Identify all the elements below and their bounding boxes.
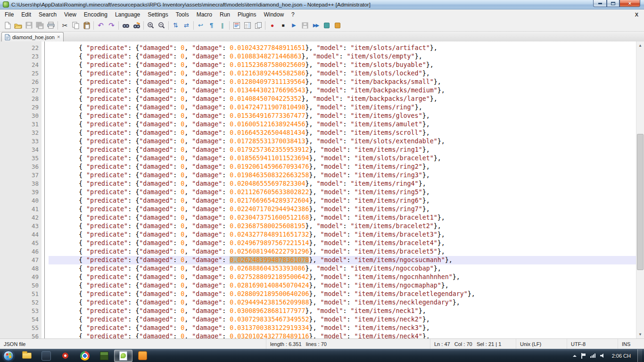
- menu-settings[interactable]: Settings: [144, 10, 172, 19]
- scrollbar-thumb[interactable]: [637, 134, 644, 270]
- code-line[interactable]: { "predicate": {"damaged": 0, "damage": …: [49, 298, 644, 307]
- tray-expand-icon[interactable]: [572, 354, 577, 357]
- tab-close-icon[interactable]: ×: [57, 34, 60, 40]
- print-button[interactable]: [45, 20, 56, 31]
- tab-diamond-hoe-json[interactable]: diamond_hoe.json ×: [1, 32, 64, 41]
- menu-plugins[interactable]: Plugins: [234, 10, 260, 19]
- document-list-button[interactable]: [253, 20, 264, 31]
- code-line[interactable]: { "predicate": {"damaged": 0, "damage": …: [49, 324, 644, 332]
- document-map-button[interactable]: [242, 20, 253, 31]
- code-line[interactable]: { "predicate": {"damaged": 0, "damage": …: [49, 120, 644, 129]
- paste-button[interactable]: [81, 20, 92, 31]
- indent-guide-button[interactable]: ∥: [217, 20, 228, 31]
- menu-view[interactable]: View: [60, 10, 80, 19]
- code-area[interactable]: { "predicate": {"damaged": 0, "damage": …: [48, 41, 644, 338]
- taskbar-clock[interactable]: 2:06 CH: [609, 353, 634, 359]
- open-file-button[interactable]: [13, 20, 24, 31]
- taskbar-item-orange-app[interactable]: [133, 350, 152, 362]
- close-button[interactable]: ×: [619, 0, 640, 7]
- menu-macro[interactable]: Macro: [193, 10, 216, 19]
- code-line[interactable]: { "predicate": {"damaged": 0, "damage": …: [49, 112, 644, 120]
- minimize-button[interactable]: [593, 0, 607, 7]
- code-line[interactable]: { "predicate": {"damaged": 0, "damage": …: [49, 146, 644, 154]
- taskbar-item-notepad-plus-plus[interactable]: [114, 350, 132, 362]
- function-list-button[interactable]: [231, 20, 242, 31]
- code-line[interactable]: { "predicate": {"damaged": 0, "damage": …: [49, 129, 644, 137]
- document-close-button[interactable]: X: [629, 11, 644, 18]
- title-bar[interactable]: C:\Users\hp\AppData\Roaming\.minecraft\r…: [0, 0, 644, 9]
- menu-encoding[interactable]: Encoding: [80, 10, 111, 19]
- run-macro-multiple-button[interactable]: ▶▶: [310, 20, 321, 31]
- code-line[interactable]: { "predicate": {"damaged": 0, "damage": …: [49, 214, 644, 222]
- code-line[interactable]: { "predicate": {"damaged": 0, "damage": …: [49, 315, 644, 324]
- code-line[interactable]: { "predicate": {"damaged": 0, "damage": …: [49, 290, 644, 298]
- show-all-characters-button[interactable]: ¶: [206, 20, 217, 31]
- menu-window[interactable]: Window: [260, 10, 288, 19]
- code-line[interactable]: { "predicate": {"damaged": 0, "damage": …: [49, 281, 644, 290]
- word-wrap-button[interactable]: ↩: [195, 20, 206, 31]
- menu-search[interactable]: Search: [35, 10, 60, 19]
- code-line[interactable]: { "predicate": {"damaged": 0, "damage": …: [49, 188, 644, 197]
- start-button[interactable]: [0, 349, 17, 362]
- code-line[interactable]: { "predicate": {"damaged": 0, "damage": …: [49, 197, 644, 205]
- code-line[interactable]: { "predicate": {"damaged": 0, "damage": …: [49, 95, 644, 103]
- zoom-out-button[interactable]: [156, 20, 167, 31]
- copy-button[interactable]: [70, 20, 81, 31]
- taskbar-item-explorer[interactable]: [17, 350, 36, 362]
- menu-language[interactable]: Language: [111, 10, 144, 19]
- code-line[interactable]: { "predicate": {"damaged": 0, "damage": …: [49, 61, 644, 69]
- sync-scroll-horizontal-button[interactable]: ⇄: [181, 20, 192, 31]
- menu-help[interactable]: ?: [288, 10, 298, 19]
- taskbar-item-dark-app[interactable]: [37, 350, 55, 362]
- undo-button[interactable]: ↶: [95, 20, 106, 31]
- vertical-scrollbar[interactable]: ▲ ▼: [636, 41, 644, 338]
- taskbar-item-red-browser[interactable]: [56, 350, 74, 362]
- code-line[interactable]: { "predicate": {"damaged": 0, "damage": …: [49, 264, 644, 273]
- stop-macro-button[interactable]: ■: [278, 20, 289, 31]
- code-line[interactable]: { "predicate": {"damaged": 0, "damage": …: [49, 171, 644, 180]
- code-line[interactable]: { "predicate": {"damaged": 0, "damage": …: [49, 239, 644, 247]
- menu-run[interactable]: Run: [216, 10, 234, 19]
- code-line[interactable]: { "predicate": {"damaged": 0, "damage": …: [49, 163, 644, 171]
- find-button[interactable]: [120, 20, 131, 31]
- tray-flag-icon[interactable]: [581, 353, 586, 359]
- code-line[interactable]: { "predicate": {"damaged": 0, "damage": …: [49, 69, 644, 78]
- redo-button[interactable]: ↷: [106, 20, 117, 31]
- code-line[interactable]: { "predicate": {"damaged": 0, "damage": …: [49, 332, 644, 338]
- code-line[interactable]: { "predicate": {"damaged": 0, "damage": …: [49, 230, 644, 239]
- record-macro-button[interactable]: ●: [267, 20, 278, 31]
- code-line[interactable]: { "predicate": {"damaged": 0, "damage": …: [49, 307, 644, 315]
- playback-macro-button[interactable]: ▶: [289, 20, 299, 31]
- code-line[interactable]: { "predicate": {"damaged": 0, "damage": …: [49, 44, 644, 52]
- code-line[interactable]: { "predicate": {"damaged": 0, "damage": …: [49, 273, 644, 281]
- code-line[interactable]: { "predicate": {"damaged": 0, "damage": …: [49, 52, 644, 61]
- cut-button[interactable]: ✂: [59, 20, 70, 31]
- code-line[interactable]: { "predicate": {"damaged": 0, "damage": …: [49, 78, 644, 86]
- taskbar-item-green-cube[interactable]: [95, 350, 113, 362]
- plugin-1-button[interactable]: [321, 20, 332, 31]
- tray-volume-icon[interactable]: [600, 353, 605, 358]
- scroll-down-arrow[interactable]: ▼: [636, 330, 644, 338]
- menu-tools[interactable]: Tools: [172, 10, 193, 19]
- menu-file[interactable]: File: [1, 10, 17, 19]
- code-line[interactable]: { "predicate": {"damaged": 0, "damage": …: [49, 205, 644, 214]
- zoom-in-button[interactable]: [145, 20, 156, 31]
- code-line[interactable]: { "predicate": {"damaged": 0, "damage": …: [49, 137, 644, 146]
- show-desktop-button[interactable]: [637, 349, 642, 362]
- menu-edit[interactable]: Edit: [17, 10, 35, 19]
- tray-network-icon[interactable]: [590, 353, 596, 358]
- taskbar-item-chrome[interactable]: [75, 350, 94, 362]
- code-line[interactable]: { "predicate": {"damaged": 0, "damage": …: [49, 247, 644, 256]
- code-line[interactable]: { "predicate": {"damaged": 0, "damage": …: [49, 222, 644, 230]
- code-line[interactable]: { "predicate": {"damaged": 0, "damage": …: [49, 256, 644, 264]
- scroll-up-arrow[interactable]: ▲: [636, 41, 644, 49]
- sync-scroll-vertical-button[interactable]: ⇅: [170, 20, 181, 31]
- new-file-button[interactable]: [2, 20, 13, 31]
- code-line[interactable]: { "predicate": {"damaged": 0, "damage": …: [49, 180, 644, 188]
- replace-button[interactable]: [131, 20, 142, 31]
- maximize-button[interactable]: [607, 0, 619, 7]
- code-line[interactable]: { "predicate": {"damaged": 0, "damage": …: [49, 154, 644, 163]
- plugin-2-button[interactable]: [332, 20, 343, 31]
- code-line[interactable]: { "predicate": {"damaged": 0, "damage": …: [49, 86, 644, 95]
- code-line[interactable]: { "predicate": {"damaged": 0, "damage": …: [49, 103, 644, 112]
